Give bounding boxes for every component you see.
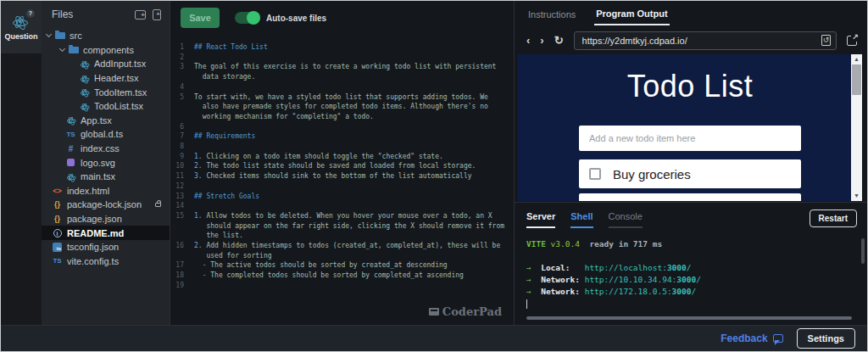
file-tree-item-readme-md[interactable]: iREADME.md <box>42 226 170 240</box>
react-icon <box>79 87 90 97</box>
terminal-output: VITE v3.0.4 ready in 717 ms → Local: htt… <box>526 238 867 310</box>
editor-line[interactable]: 13## Stretch Goals <box>170 192 514 202</box>
editor-line[interactable]: 151. Allow todos to be deleted. When you… <box>170 211 514 221</box>
tab-shell[interactable]: Shell <box>570 211 593 228</box>
chevron-down-icon[interactable] <box>46 31 52 37</box>
autosave-toggle[interactable] <box>235 12 260 24</box>
editor-line[interactable]: should appear on the far right side, cli… <box>170 221 514 232</box>
terminal-hscrollbar[interactable] <box>526 316 852 320</box>
editor-line[interactable]: 19 <box>170 281 514 291</box>
editor-line[interactable]: 4 <box>170 82 514 92</box>
terminal-vscrollbar[interactable] <box>861 238 865 264</box>
line-text: should appear on the far right side, cli… <box>191 221 504 232</box>
editor-line[interactable]: 162. Add hidden timestamps to todos (cre… <box>170 241 514 251</box>
line-number: 11 <box>170 171 191 182</box>
line-text <box>191 142 198 152</box>
editor-line[interactable]: 18 - The completed todos should be sorte… <box>170 271 514 281</box>
tab-server[interactable]: Server <box>526 211 555 228</box>
file-name: main.tsx <box>81 171 170 182</box>
scrollbar-thumb[interactable] <box>852 64 861 95</box>
file-tree-item-todolist-tsx[interactable]: TodoList.tsx <box>42 99 170 114</box>
terminal-cursor <box>526 299 527 309</box>
file-name: index.css <box>81 143 170 154</box>
refresh-preview-icon[interactable]: ↺ <box>821 35 831 46</box>
editor-line[interactable]: 1## React Todo List <box>170 42 514 53</box>
reload-icon[interactable]: ↻ <box>554 35 564 46</box>
file-tree-item-index-html[interactable]: <>index.html <box>42 184 170 198</box>
scroll-up-icon[interactable]: ▲ <box>854 54 860 64</box>
editor-line[interactable]: 113. Checked items should sink to the bo… <box>170 171 514 182</box>
file-name: Header.tsx <box>94 73 170 83</box>
file-tree-item-app-tsx[interactable]: App.tsx <box>42 114 170 128</box>
file-tree-item-logo-svg[interactable]: logo.svg <box>42 155 170 170</box>
tab-console[interactable]: Console <box>609 211 643 228</box>
line-number: 13 <box>170 192 191 202</box>
editor-line[interactable]: working mechanism for "completing" a tod… <box>170 112 514 122</box>
file-tree-item-global-d-ts[interactable]: TSglobal.d.ts <box>42 127 170 142</box>
settings-button[interactable]: Settings <box>797 328 855 349</box>
file-tree-item-tsconfig-json[interactable]: tstsconfig.json <box>42 240 170 254</box>
line-text: also have premade styles for completed t… <box>191 102 488 112</box>
editor-line[interactable]: 12 <box>170 182 514 192</box>
feedback-link[interactable]: Feedback <box>721 332 782 344</box>
editor-line[interactable]: 3The goal of this exercise is to create … <box>170 62 514 72</box>
editor-line[interactable]: 2 <box>170 53 514 63</box>
preview-scrollbar[interactable]: ▲ ▼ <box>851 54 862 201</box>
file-tree-item-vite-config-ts[interactable]: TSvite.config.ts <box>42 254 170 269</box>
line-number: 5 <box>170 92 191 103</box>
line-text: 2. Add hidden timestamps to todos (creat… <box>191 241 500 251</box>
activity-item-question[interactable]: ? Question <box>1 1 42 53</box>
editor-line[interactable]: 5To start with, we have a styled todo li… <box>170 92 514 103</box>
todo-card-partial[interactable] <box>579 193 801 201</box>
line-text: working mechanism for "completing" a tod… <box>191 112 374 122</box>
file-name: package-lock.json <box>67 199 155 210</box>
editor-line[interactable]: data storage. <box>170 72 514 82</box>
terminal-line: → Network: http://172.18.0.5:3000/ <box>526 286 867 298</box>
editor-line[interactable]: 6 <box>170 122 514 132</box>
new-file-icon[interactable] <box>153 9 161 20</box>
back-icon[interactable]: ‹ <box>526 35 530 46</box>
line-text <box>191 281 198 291</box>
editor-line[interactable]: 17 - The active todos should be sorted b… <box>170 260 514 271</box>
editor-content[interactable]: 1## React Todo List2 3The goal of this e… <box>170 35 514 291</box>
file-tree-item-main-tsx[interactable]: main.tsx <box>42 170 170 184</box>
editor-line[interactable]: also have premade styles for completed t… <box>170 102 514 112</box>
todo-checkbox-icon[interactable] <box>589 168 601 180</box>
save-button[interactable]: Save <box>181 8 220 28</box>
file-tree-item-src[interactable]: src <box>42 29 170 43</box>
restart-button[interactable]: Restart <box>810 210 857 227</box>
terminal-line: VITE v3.0.4 ready in 717 ms <box>526 238 867 250</box>
url-bar[interactable]: https://y2dmtkyj.cdpad.io/ ↺ <box>574 31 837 50</box>
editor-line[interactable]: 14 <box>170 201 514 211</box>
file-tree-item-components[interactable]: components <box>42 43 170 58</box>
scroll-down-icon[interactable]: ▼ <box>854 191 860 201</box>
file-tree-item-index-css[interactable]: #index.css <box>42 142 170 156</box>
tab-instructions[interactable]: Instructions <box>526 3 577 25</box>
chevron-down-icon[interactable] <box>59 46 65 52</box>
new-directory-icon[interactable] <box>135 10 146 20</box>
file-tree-item-package-json[interactable]: {}package.json <box>42 212 170 226</box>
editor-line[interactable]: 102. The todo list state should be saved… <box>170 161 514 171</box>
todo-card[interactable]: Buy groceries <box>579 159 801 188</box>
editor-line[interactable]: the list. <box>170 231 514 241</box>
file-tree-item-header-tsx[interactable]: Header.tsx <box>42 71 170 86</box>
new-todo-input[interactable] <box>579 126 801 151</box>
file-name: src <box>70 31 170 41</box>
folder-icon <box>55 32 65 39</box>
file-name: README.md <box>67 228 170 238</box>
editor-line[interactable]: used for sorting <box>170 251 514 261</box>
autosave-toggle-wrap[interactable]: Auto-save files <box>235 12 326 24</box>
open-in-new-tab-icon[interactable] <box>847 36 857 46</box>
browser-navbar: ‹ › ↻ https://y2dmtkyj.cdpad.io/ ↺ <box>515 26 867 54</box>
browser-preview: Todo List Buy groceries ▲ ▼ <box>518 54 862 201</box>
tab-program-output[interactable]: Program Output <box>594 2 669 25</box>
editor-line[interactable]: 7## Requirements <box>170 131 514 142</box>
file-tree-item-todoitem-tsx[interactable]: TodoItem.tsx <box>42 85 170 99</box>
editor-line[interactable]: 91. Clicking on a todo item should toggl… <box>170 152 514 162</box>
file-tree-item-addinput-tsx[interactable]: AddInput.tsx <box>42 57 170 71</box>
line-number: 8 <box>170 142 191 152</box>
editor-line[interactable]: 8 <box>170 142 514 152</box>
forward-icon[interactable]: › <box>540 35 543 46</box>
file-tree-item-package-lock-json[interactable]: {}package-lock.json <box>42 198 170 212</box>
url-text[interactable]: https://y2dmtkyj.cdpad.io/ <box>582 36 821 46</box>
